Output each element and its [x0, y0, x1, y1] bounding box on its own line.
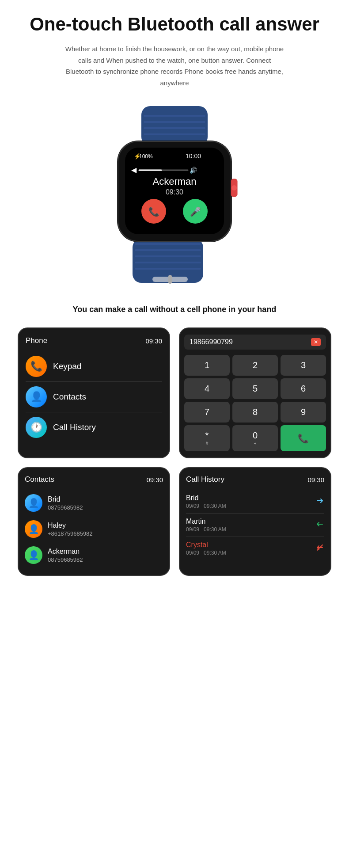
keypad-btn-3[interactable]: 3 — [281, 355, 326, 376]
menu-item-callhistory[interactable]: 🕐 Call History — [26, 412, 162, 442]
callhist-item-brid[interactable]: Brid 09/09 09:30 AM — [186, 490, 324, 513]
sub-heading-section: You can make a call without a cell phone… — [0, 301, 349, 323]
svg-rect-9 — [135, 262, 201, 263]
svg-text:Ackerman: Ackerman — [152, 176, 196, 187]
svg-rect-2 — [144, 121, 205, 123]
contact-number-ackerman: 08759685982 — [48, 556, 83, 563]
contact-name-haley: Haley — [48, 522, 93, 529]
menu-item-contacts[interactable]: 👤 Contacts — [26, 382, 162, 412]
contact-number-haley: +8618759685982 — [48, 530, 93, 537]
svg-rect-7 — [135, 249, 201, 251]
svg-text:100%: 100% — [139, 153, 153, 160]
keypad-call-button[interactable]: 📞 — [281, 425, 326, 451]
keypad-btn-1[interactable]: 1 — [184, 355, 230, 376]
keypad-btn-8[interactable]: 8 — [232, 402, 278, 423]
callhist-info-crystal: Crystal 09/09 09:30 AM — [186, 541, 226, 556]
contacts-screen-time: 09:30 — [146, 476, 163, 483]
callhistory-icon: 🕐 — [26, 417, 47, 438]
contact-info-haley: Haley +8618759685982 — [48, 522, 93, 537]
contact-name-brid: Brid — [48, 495, 83, 503]
svg-text:10:00: 10:00 — [186, 152, 201, 160]
contact-info-ackerman: Ackerman 08759685982 — [48, 548, 83, 563]
keypad-btn-4[interactable]: 4 — [184, 378, 230, 399]
callhist-name-brid: Brid — [186, 494, 226, 502]
subtitle: Whether at home to finish the housework,… — [64, 43, 285, 88]
svg-text:09:30: 09:30 — [166, 188, 183, 196]
svg-text:🎤: 🎤 — [190, 206, 201, 217]
callhistory-label: Call History — [53, 423, 96, 432]
callhist-screen-title: Call History — [186, 475, 224, 484]
contacts-screen-title: Contacts — [25, 475, 54, 484]
keypad-grid: 1 2 3 4 5 6 7 8 9 * # 0 + 📞 — [184, 355, 326, 451]
svg-rect-10 — [135, 268, 201, 270]
contacts-screen-header: Contacts 09:30 — [25, 475, 163, 484]
keypad-btn-9[interactable]: 9 — [281, 402, 326, 423]
main-title: One-touch Bluetooth call answer — [18, 13, 331, 35]
callhist-screen: Call History 09:30 Brid 09/09 09:30 AM M… — [179, 467, 331, 576]
phone-menu-screen: Phone 09:30 📞 Keypad 👤 Contacts 🕐 Call H… — [18, 327, 170, 458]
keypad-icon: 📞 — [26, 356, 47, 377]
call-missed-icon — [315, 543, 324, 554]
keypad-btn-7[interactable]: 7 — [184, 402, 230, 423]
svg-rect-3 — [144, 127, 205, 129]
contact-avatar-brid: 👤 — [25, 494, 42, 512]
callhist-screen-time: 09:30 — [307, 476, 324, 483]
callhist-name-crystal: Crystal — [186, 541, 226, 549]
phone-screen-time: 09:30 — [145, 337, 162, 345]
watch-image: ⚡ 100% ◀ 🔊 10:00 Ackerman 09:30 📞 🎤 — [82, 102, 267, 287]
callhist-item-crystal[interactable]: Crystal 09/09 09:30 AM — [186, 537, 324, 560]
callhist-name-martin: Martin — [186, 518, 226, 525]
phone-screen-header: Phone 09:30 — [26, 336, 162, 345]
contact-name-ackerman: Ackerman — [48, 548, 83, 556]
svg-rect-1 — [144, 115, 205, 117]
callhist-info-martin: Martin 09/09 09:30 AM — [186, 518, 226, 533]
svg-rect-12 — [168, 275, 172, 284]
contact-avatar-ackerman: 👤 — [25, 546, 42, 564]
keypad-number: 19866990799 — [190, 338, 233, 346]
svg-text:◀: ◀ — [131, 166, 137, 174]
svg-rect-5 — [133, 239, 203, 283]
contact-info-brid: Brid 08759685982 — [48, 495, 83, 511]
contact-number-brid: 08759685982 — [48, 504, 83, 511]
svg-point-17 — [231, 185, 237, 190]
callhist-time-martin: 09/09 09:30 AM — [186, 526, 226, 533]
keypad-btn-2[interactable]: 2 — [232, 355, 278, 376]
svg-rect-0 — [141, 106, 208, 146]
contact-item-brid[interactable]: 👤 Brid 08759685982 — [25, 490, 163, 516]
keypad-btn-0[interactable]: 0 + — [232, 425, 278, 451]
keypad-btn-star[interactable]: * # — [184, 425, 230, 451]
contacts-label: Contacts — [53, 392, 86, 402]
screens-grid: Phone 09:30 📞 Keypad 👤 Contacts 🕐 Call H… — [0, 323, 349, 594]
phone-screen-title: Phone — [26, 336, 47, 345]
callhist-time-brid: 09/09 09:30 AM — [186, 503, 226, 509]
keypad-label: Keypad — [53, 362, 81, 371]
callhist-screen-header: Call History 09:30 — [186, 475, 324, 484]
contact-avatar-haley: 👤 — [25, 520, 42, 538]
contact-item-haley[interactable]: 👤 Haley +8618759685982 — [25, 516, 163, 542]
svg-text:📞: 📞 — [148, 206, 159, 217]
keypad-display: 19866990799 ✕ — [184, 335, 326, 350]
keypad-btn-5[interactable]: 5 — [232, 378, 278, 399]
menu-item-keypad[interactable]: 📞 Keypad — [26, 351, 162, 381]
callhist-time-crystal: 09/09 09:30 AM — [186, 550, 226, 556]
keypad-delete-button[interactable]: ✕ — [311, 338, 321, 346]
watch-container: ⚡ 100% ◀ 🔊 10:00 Ackerman 09:30 📞 🎤 — [0, 93, 349, 301]
svg-rect-6 — [135, 243, 201, 245]
header-section: One-touch Bluetooth call answer Whether … — [0, 0, 349, 93]
keypad-btn-6[interactable]: 6 — [281, 378, 326, 399]
call-out-icon — [315, 496, 324, 507]
contacts-icon: 👤 — [26, 386, 47, 407]
keypad-screen: 19866990799 ✕ 1 2 3 4 5 6 7 8 9 * # 0 + … — [179, 327, 331, 458]
contact-item-ackerman[interactable]: 👤 Ackerman 08759685982 — [25, 542, 163, 568]
callhist-item-martin[interactable]: Martin 09/09 09:30 AM — [186, 514, 324, 537]
callhist-info-brid: Brid 09/09 09:30 AM — [186, 494, 226, 509]
svg-rect-4 — [144, 133, 205, 135]
sub-heading-title: You can make a call without a cell phone… — [18, 305, 331, 314]
call-in-icon — [315, 520, 324, 531]
contacts-screen: Contacts 09:30 👤 Brid 08759685982 👤 Hale… — [18, 467, 170, 576]
svg-rect-8 — [135, 255, 201, 257]
svg-text:🔊: 🔊 — [190, 167, 197, 174]
